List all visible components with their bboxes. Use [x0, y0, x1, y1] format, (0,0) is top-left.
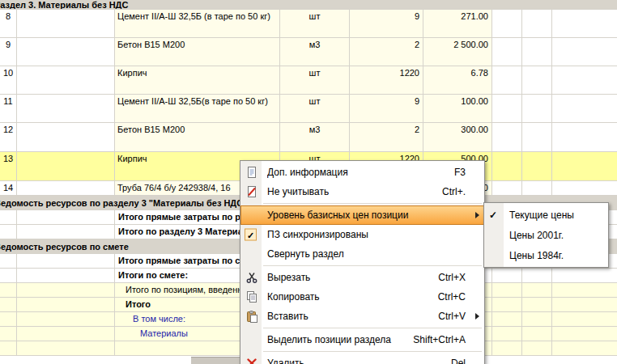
empty-cell [522, 152, 552, 180]
code-cell [17, 269, 115, 282]
empty-cell [552, 298, 617, 311]
qty-cell: 1220 [350, 66, 423, 94]
code-cell [17, 254, 115, 268]
empty-cell [522, 283, 552, 297]
name-cell: Бетон В15 М200 [115, 123, 280, 151]
menu-item-pz-synchronized[interactable]: ✓ПЗ синхронизированы [240, 225, 484, 244]
menu-item-base-price-level[interactable]: Уровень базисных цен позиции [240, 205, 484, 225]
price-cell: 300.00 [423, 123, 492, 151]
unit-cell: м3 [280, 38, 350, 66]
price-cell: 271.00 [423, 10, 492, 37]
code-cell [17, 341, 115, 355]
menu-item-delete[interactable]: УдалитьDel [240, 353, 484, 364]
empty-cell [492, 181, 522, 195]
empty-cell [492, 95, 522, 122]
empty-cell [552, 181, 617, 195]
empty-cell [552, 341, 617, 355]
menu-item-do-not-count[interactable]: Не учитыватьCtrl+. [240, 182, 484, 201]
submenu-item-label: Цены 1984г. [509, 250, 564, 261]
menu-item-copy[interactable]: КопироватьCtrl+C [240, 287, 484, 307]
context-menu: Доп. информацияF3Не учитыватьCtrl+.Урове… [240, 160, 485, 364]
code-cell [17, 152, 115, 180]
unit-cell: шт [280, 95, 350, 122]
menu-shortcut: Ctrl+. [442, 186, 466, 197]
empty-cell [522, 66, 552, 94]
menu-shortcut: F3 [454, 167, 466, 178]
table-row[interactable]: 11Цемент II/А-Ш 32,5Б(в таре по 50 кг)шт… [0, 95, 617, 123]
code-cell [17, 225, 115, 239]
horizontal-scrollbar-thumb[interactable] [191, 357, 240, 364]
unit-cell: м3 [280, 123, 350, 151]
app-window: Раздел 3. Материалы без НДС8Цемент II/А-… [0, 0, 617, 364]
paste-icon [245, 309, 259, 324]
empty-cell [552, 38, 617, 66]
empty-cell [522, 10, 552, 37]
menu-item-collapse-section[interactable]: Свернуть раздел [240, 244, 484, 264]
menu-item-label: ПЗ синхронизированы [267, 229, 466, 240]
check-icon: ✓ [489, 210, 497, 221]
submenu-item-prices-2001[interactable]: Цены 2001г. [484, 225, 608, 245]
empty-cell [522, 312, 552, 326]
unit-cell: шт [280, 10, 350, 37]
empty-cell [552, 327, 617, 341]
table-row[interactable]: 12Бетон В15 М200м32300.00 [0, 123, 617, 152]
delete-x-icon [245, 356, 259, 364]
menu-item-additional-info[interactable]: Доп. информацияF3 [240, 163, 484, 182]
menu-item-label: Не учитывать [267, 186, 432, 197]
empty-cell [522, 123, 552, 151]
price-cell: 6.78 [423, 66, 492, 94]
code-cell [17, 38, 115, 66]
code-cell [17, 312, 115, 326]
name-cell: Кирпич [115, 66, 280, 94]
empty-cell [522, 298, 552, 311]
empty-cell [522, 269, 552, 282]
name-cell: Цемент II/А-Ш 32,5Б(в таре по 50 кг) [115, 95, 280, 122]
menu-separator [263, 265, 482, 266]
no-icon [245, 247, 259, 261]
table-row[interactable]: 10Кирпичшт12206.78 [0, 66, 617, 95]
empty-cell [492, 269, 522, 282]
menu-shortcut: Ctrl+X [438, 272, 466, 283]
menu-item-paste[interactable]: ВставитьCtrl+V [240, 307, 484, 326]
section-title: Ведомость ресурсов по смете [0, 242, 129, 252]
row-number-cell: 12 [0, 123, 17, 151]
doc-exclude-icon [245, 184, 259, 199]
table-row[interactable]: 9Бетон В15 М200м322 500.00 [0, 38, 617, 66]
menu-separator [263, 203, 482, 204]
menu-item-label: Вырезать [267, 272, 428, 283]
row-number-cell [0, 341, 17, 355]
empty-cell [552, 283, 617, 297]
menu-item-label: Доп. информация [267, 167, 445, 178]
empty-cell [552, 66, 617, 94]
table-row[interactable]: 8Цемент II/А-Ш 32,5Б (в таре по 50 кг)шт… [0, 10, 617, 38]
empty-cell [552, 152, 617, 180]
empty-cell [522, 327, 552, 341]
qty-cell: 9 [350, 10, 423, 37]
empty-cell [552, 269, 617, 282]
no-icon [245, 332, 259, 347]
qty-cell: 2 [350, 123, 423, 151]
empty-cell [492, 152, 522, 180]
submenu-item-prices-1984[interactable]: Цены 1984г. [484, 245, 608, 265]
row-number-cell [0, 312, 17, 326]
menu-item-select-section-positions[interactable]: Выделить позиции разделаShift+Ctrl+A [240, 330, 484, 349]
submenu-item-current-prices[interactable]: ✓Текущие цены [484, 205, 608, 225]
row-number-cell [0, 210, 17, 224]
empty-cell [492, 38, 522, 66]
code-cell [17, 210, 115, 224]
row-number-cell [0, 298, 17, 311]
doc-info-icon [245, 165, 259, 180]
menu-item-cut[interactable]: ВырезатьCtrl+X [240, 268, 484, 287]
submenu-item-label: Текущие цены [509, 210, 574, 221]
price-level-submenu: ✓Текущие ценыЦены 2001г.Цены 1984г. [483, 202, 609, 268]
row-number-cell: 10 [0, 66, 17, 94]
menu-shortcut: Ctrl+C [438, 291, 466, 303]
empty-cell [552, 312, 617, 326]
menu-item-label: Вставить [267, 311, 428, 322]
qty-cell: 2 [350, 38, 423, 66]
code-cell [17, 327, 115, 341]
section-header-row[interactable]: Раздел 3. Материалы без НДС [0, 0, 617, 10]
empty-cell [522, 181, 552, 195]
empty-cell [552, 95, 617, 122]
empty-cell [492, 283, 522, 297]
